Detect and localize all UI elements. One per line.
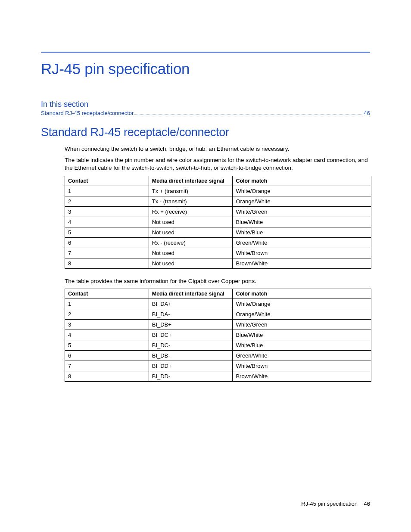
cell-signal: Not used	[149, 217, 233, 227]
cell-signal: Tx - (transmit)	[149, 196, 233, 206]
cell-color: Orange/White	[233, 309, 371, 319]
table-row: 1BI_DA+White/Orange	[65, 299, 371, 309]
toc-entry-page: 46	[364, 110, 370, 116]
header-signal: Media direct interface signal	[149, 289, 233, 299]
cell-contact: 5	[65, 340, 149, 350]
cell-signal: BI_DD-	[149, 371, 233, 381]
section-heading: Standard RJ-45 receptacle/connector	[41, 126, 370, 139]
table-row: 3Rx + (receive)White/Green	[65, 206, 371, 217]
table-row: 8Not usedBrown/White	[65, 258, 371, 268]
cell-signal: BI_DB+	[149, 319, 233, 330]
table-row: 7BI_DD+White/Brown	[65, 361, 371, 371]
cell-color: White/Brown	[233, 361, 371, 371]
cell-contact: 2	[65, 196, 149, 206]
cell-color: Green/White	[233, 350, 371, 361]
toc-entry[interactable]: Standard RJ-45 receptacle/connector 46	[41, 110, 370, 116]
cell-contact: 1	[65, 186, 149, 196]
page-title: RJ-45 pin specification	[41, 60, 370, 78]
table-row: 2BI_DA-Orange/White	[65, 309, 371, 319]
toc-leader	[134, 115, 363, 115]
cell-contact: 3	[65, 319, 149, 330]
cell-signal: BI_DB-	[149, 350, 233, 361]
cell-color: White/Blue	[233, 227, 371, 237]
table-row: 4Not usedBlue/White	[65, 217, 371, 227]
cell-contact: 3	[65, 206, 149, 217]
toc-entry-label: Standard RJ-45 receptacle/connector	[41, 110, 134, 116]
cell-contact: 6	[65, 237, 149, 248]
cell-color: White/Orange	[233, 186, 371, 196]
table2-body: 1BI_DA+White/Orange2BI_DA-Orange/White3B…	[65, 299, 371, 381]
cell-color: Brown/White	[233, 258, 371, 268]
header-contact: Contact	[65, 176, 149, 186]
cell-signal: BI_DC+	[149, 330, 233, 340]
top-rule	[41, 52, 370, 53]
cell-contact: 2	[65, 309, 149, 319]
header-color: Color match	[233, 289, 371, 299]
cell-contact: 7	[65, 248, 149, 258]
cell-signal: Rx + (receive)	[149, 206, 233, 217]
cell-color: Brown/White	[233, 371, 371, 381]
header-signal: Media direct interface signal	[149, 176, 233, 186]
table-row: 2Tx - (transmit)Orange/White	[65, 196, 371, 206]
pin-table-gigabit: Contact Media direct interface signal Co…	[65, 289, 371, 382]
cell-signal: Tx + (transmit)	[149, 186, 233, 196]
cell-contact: 4	[65, 217, 149, 227]
cell-contact: 7	[65, 361, 149, 371]
table-row: 5Not usedWhite/Blue	[65, 227, 371, 237]
cell-color: White/Brown	[233, 248, 371, 258]
cell-contact: 8	[65, 258, 149, 268]
table-row: 6BI_DB-Green/White	[65, 350, 371, 361]
header-color: Color match	[233, 176, 371, 186]
cell-color: Blue/White	[233, 330, 371, 340]
cell-contact: 1	[65, 299, 149, 309]
cell-signal: BI_DD+	[149, 361, 233, 371]
cell-color: White/Orange	[233, 299, 371, 309]
cell-signal: Not used	[149, 227, 233, 237]
table-row: 6Rx - (receive)Green/White	[65, 237, 371, 248]
table-header-row: Contact Media direct interface signal Co…	[65, 176, 371, 186]
footer-label: RJ-45 pin specification	[301, 501, 358, 507]
cell-signal: Rx - (receive)	[149, 237, 233, 248]
table-row: 5BI_DC-White/Blue	[65, 340, 371, 350]
table-row: 3BI_DB+White/Green	[65, 319, 371, 330]
cell-contact: 5	[65, 227, 149, 237]
table-row: 4BI_DC+Blue/White	[65, 330, 371, 340]
mid-paragraph: The table provides the same information …	[65, 277, 370, 285]
pin-table-standard: Contact Media direct interface signal Co…	[65, 176, 371, 269]
table1-body: 1Tx + (transmit)White/Orange2Tx - (trans…	[65, 186, 371, 268]
cell-color: White/Green	[233, 206, 371, 217]
cell-color: White/Blue	[233, 340, 371, 350]
cell-signal: BI_DA-	[149, 309, 233, 319]
intro-paragraph-1: When connecting the switch to a switch, …	[65, 145, 370, 153]
cell-color: White/Green	[233, 319, 371, 330]
footer-page-number: 46	[364, 501, 370, 507]
table-row: 1Tx + (transmit)White/Orange	[65, 186, 371, 196]
cell-color: Blue/White	[233, 217, 371, 227]
cell-color: Green/White	[233, 237, 371, 248]
cell-contact: 4	[65, 330, 149, 340]
cell-signal: BI_DA+	[149, 299, 233, 309]
cell-color: Orange/White	[233, 196, 371, 206]
header-contact: Contact	[65, 289, 149, 299]
cell-contact: 6	[65, 350, 149, 361]
table-header-row: Contact Media direct interface signal Co…	[65, 289, 371, 299]
cell-signal: Not used	[149, 258, 233, 268]
table-row: 7Not usedWhite/Brown	[65, 248, 371, 258]
page-footer: RJ-45 pin specification 46	[301, 501, 370, 507]
cell-signal: Not used	[149, 248, 233, 258]
intro-paragraph-2: The table indicates the pin number and w…	[65, 156, 370, 172]
table-row: 8BI_DD-Brown/White	[65, 371, 371, 381]
cell-contact: 8	[65, 371, 149, 381]
toc-heading: In this section	[41, 100, 370, 109]
cell-signal: BI_DC-	[149, 340, 233, 350]
